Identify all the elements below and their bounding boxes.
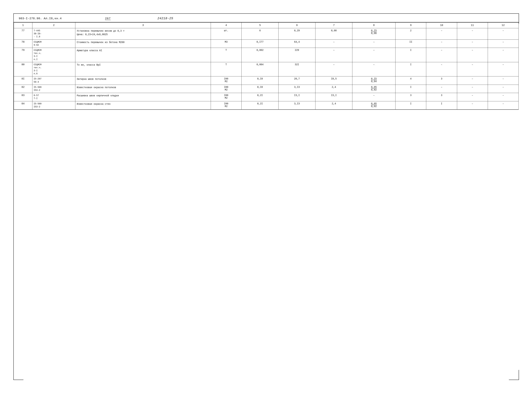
cell-col12: – xyxy=(488,85,518,93)
cell-col5: 0,2I xyxy=(242,101,279,109)
cell-unit: I00 М2 xyxy=(211,85,242,93)
cell-col10: – xyxy=(426,62,457,76)
cell-col6: I3,I xyxy=(279,93,315,101)
col-header-1: 1 xyxy=(14,23,32,28)
cell-col8: – xyxy=(352,48,396,62)
cell-col6: 64,4 xyxy=(279,39,315,48)
col-header-2: 2 xyxy=(32,23,75,28)
cell-col11: – xyxy=(457,48,488,62)
cell-col6: 3,I3 xyxy=(279,101,315,109)
col-header-12: 12 xyxy=(488,23,518,28)
cell-unit: шт. xyxy=(211,28,242,40)
cell-col12: – xyxy=(488,39,518,48)
doc-ref: 903-I-278.90. Ал.I8,кн.4 xyxy=(19,17,62,20)
main-table: 1 2 3 4 5 6 7 8 9 10 11 12 777-445 38-I0… xyxy=(14,22,519,109)
col-header-5: 5 xyxy=(242,23,279,28)
cell-col8: 0.I50,06 xyxy=(352,28,396,40)
table-row: 777-445 38-I0- - I.8Установка перемычек … xyxy=(14,28,519,40)
page-frame: 903-I-278.90. Ал.I8,кн.4 267 24218-25 xyxy=(13,13,519,380)
cell-col11: – xyxy=(457,28,488,40)
table-row: 82I5-509 I53-2Известковая окраска потолк… xyxy=(14,85,519,93)
cell-col11: – xyxy=(457,39,488,48)
col-header-10: 10 xyxy=(426,23,457,28)
corner-mark-bl-v xyxy=(13,370,14,380)
cell-col7: – xyxy=(315,62,352,76)
cell-col5: 0,I77 xyxy=(242,39,279,48)
cell-col7: 2,4 xyxy=(315,85,352,93)
cell-col5: 0,002 xyxy=(242,48,279,62)
page-number: 267 xyxy=(105,17,111,20)
cell-num: 82 xyxy=(14,85,32,93)
cell-unit: М3 xyxy=(211,39,242,48)
cell-col10: – xyxy=(426,48,457,62)
cell-col10: 3 xyxy=(426,93,457,101)
cell-code: 8-57 7-I xyxy=(32,93,75,101)
cell-code: I5-297 59-4 xyxy=(32,76,75,85)
cell-code: ССЦМСМ 9-92 xyxy=(32,39,75,48)
cell-col8: 0,050,02 xyxy=(352,101,396,109)
cell-col7: 0,08 xyxy=(315,28,352,40)
col-header-9: 9 xyxy=(396,23,426,28)
cell-code: ССЦМСМ тех.ч. 3-I п.I xyxy=(32,48,75,62)
cell-col10: – xyxy=(426,85,457,93)
cell-num: 84 xyxy=(14,101,32,109)
cell-desc: Затирка швов потолков xyxy=(75,76,211,85)
cell-col6: 20,7 xyxy=(279,76,315,85)
cell-unit: I00 М2 xyxy=(211,76,242,85)
col-header-11: 11 xyxy=(457,23,488,28)
cell-code: I5-509 I53-2 xyxy=(32,101,75,109)
cell-col11: – xyxy=(457,101,488,109)
cell-col5: 0,004 xyxy=(242,62,279,76)
cell-num: 80 xyxy=(14,62,32,76)
doc-number: 24218-25 xyxy=(157,17,173,20)
cell-col7: – xyxy=(315,48,352,62)
cell-col9: 2 xyxy=(396,28,426,40)
cell-col12: – xyxy=(488,93,518,101)
col-header-7: 7 xyxy=(315,23,352,28)
cell-col5: 0,2I xyxy=(242,93,279,101)
cell-col5: 0,I8 xyxy=(242,76,279,85)
cell-col6: 229 xyxy=(279,48,315,62)
corner-mark-br-v xyxy=(519,370,519,380)
cell-col12: – xyxy=(488,62,518,76)
cell-col12: – xyxy=(488,101,518,109)
cell-num: 83 xyxy=(14,93,32,101)
main-table-container: 1 2 3 4 5 6 7 8 9 10 11 12 777-445 38-I0… xyxy=(14,22,519,110)
cell-col7: I8,5 xyxy=(315,76,352,85)
cell-desc: Расшивка швов кирпичной кладки xyxy=(75,93,211,101)
cell-col7: 2,4 xyxy=(315,101,352,109)
cell-col11: – xyxy=(457,76,488,85)
cell-desc: Арматура класса АI xyxy=(75,48,211,62)
cell-desc: Стоимость перемычек из бетона М200 xyxy=(75,39,211,48)
cell-col8: 0.I50,04 xyxy=(352,76,396,85)
cell-desc: То же, класса ВрI xyxy=(75,62,211,76)
cell-num: 79 xyxy=(14,48,32,62)
cell-col8: – xyxy=(352,93,396,101)
table-row: 838-57 7-IРасшивка швов кирпичной кладки… xyxy=(14,93,519,101)
table-row: 78ССЦМСМ 9-92Стоимость перемычек из бето… xyxy=(14,39,519,48)
cell-desc: Известковая окраска потолков xyxy=(75,85,211,93)
cell-col9: I xyxy=(396,62,426,76)
table-row: 84I5-509 I53-2Известковая окраска стенI0… xyxy=(14,101,519,109)
cell-col12: – xyxy=(488,76,518,85)
table-row: 80ССЦМСМ тех.ч. 3-I п.6То же, класса ВрI… xyxy=(14,62,519,76)
cell-col12: – xyxy=(488,48,518,62)
cell-col10: – xyxy=(426,39,457,48)
footer xyxy=(14,110,519,120)
table-header-row: 1 2 3 4 5 6 7 8 9 10 11 12 xyxy=(14,23,519,28)
cell-col5: 6 xyxy=(242,28,279,40)
cell-desc: Известковая окраска стен xyxy=(75,101,211,109)
col-header-4: 4 xyxy=(211,23,242,28)
cell-num: 77 xyxy=(14,28,32,40)
cell-code: 7-445 38-I0- - I.8 xyxy=(32,28,75,40)
cell-col8: 0,050,02 xyxy=(352,85,396,93)
cell-col8: – xyxy=(352,62,396,76)
cell-num: 78 xyxy=(14,39,32,48)
cell-col9: 3 xyxy=(396,93,426,101)
cell-col9: I xyxy=(396,101,426,109)
cell-col7: I3,I xyxy=(315,93,352,101)
cell-unit: Т xyxy=(211,62,242,76)
cell-col6: 3,I3 xyxy=(279,85,315,93)
cell-col11: – xyxy=(457,62,488,76)
corner-mark-tr-v xyxy=(519,13,519,23)
